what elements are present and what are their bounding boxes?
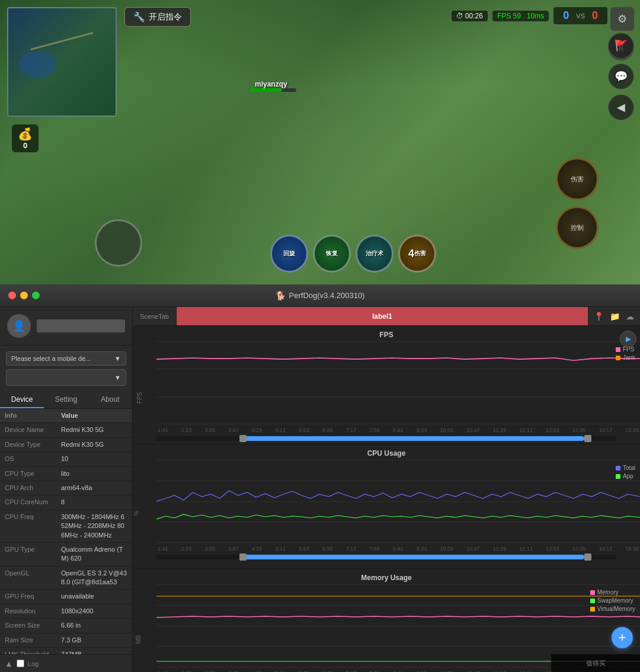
device-select[interactable]: Please select a mobile de... ▼ [6,351,126,366]
perfdog-icon: 🐕 [276,291,286,300]
table-row: Screen Size6.66 in [0,619,132,633]
chart-area[interactable]: FPS FPS [133,326,640,672]
scene-tab-active-text: label1 [372,312,392,321]
score-display: 0 VS 0 [553,7,607,24]
profile-section: 👤 [0,307,132,345]
back-button[interactable]: ◀ [608,94,634,120]
perfdog-window: 🐕 PerfDog(v3.4.200310) 👤 Please select a… [0,284,640,672]
fps-value: FPS 59 [497,12,521,20]
watermark-text: 值得买 [586,659,606,668]
row-info-10: Resolution [5,607,61,616]
minimize-button[interactable] [20,292,28,299]
gold-display: 💰 0 [12,124,39,152]
settings-button[interactable]: ⚙ [610,7,634,31]
row-value-10: 1080x2400 [61,607,127,616]
top-hud: ⏱ 00:26 FPS 59 10ms 0 VS 0 [452,7,607,24]
skill-4-number: 4 [408,248,414,260]
skill-4-label: 伤害 [414,249,426,258]
row-value-8: OpenGL ES 3.2 V@438.0 (GIT@8d1aa53 [61,569,127,587]
table-row: OpenGLOpenGL ES 3.2 V@438.0 (GIT@8d1aa53 [0,567,132,590]
avatar: 👤 [7,314,31,338]
skill-bar: 回旋 恢复 治疗术 4 伤害 [270,235,436,273]
combat-bar: 伤害 控制 [556,158,599,249]
add-button[interactable]: + [612,627,633,648]
info-header: Info Value [0,409,132,423]
cpu-scrollbar[interactable] [156,555,616,559]
table-row: CPU Typelito [0,467,132,481]
cloud-icon[interactable]: ☁ [626,312,634,321]
minimap[interactable] [7,7,117,117]
memory-chart-title: Memory Usage [133,574,640,582]
chat-button[interactable]: 💬 [608,63,634,89]
log-label: Log [28,660,39,667]
window-title: 🐕 PerfDog(v3.4.200310) [276,291,365,300]
maximize-button[interactable] [32,292,40,299]
row-info-4: CPU Arch [5,484,61,492]
right-panel: SceneTab label1 📍 📁 ☁ FPS [133,307,640,672]
ping-value: 10ms [527,12,544,20]
combat-btn-2-label: 控制 [571,223,584,232]
memory-legend: Memory SwapMemory VirtualMemory [590,589,635,612]
timer-icon: ⏱ [456,12,463,20]
gold-icon: 💰 [18,127,33,141]
main-content: 👤 Please select a mobile de... ▼ ▼ Devic… [0,307,640,672]
watermark: 值得买 [551,654,640,672]
combat-btn-2[interactable]: 控制 [556,206,599,249]
table-row: CPU Archarm64-v8a [0,481,132,495]
scene-tab-text: SceneTab [140,313,169,320]
skill-3[interactable]: 治疗术 [356,235,393,273]
skill-1-label: 回旋 [283,249,295,258]
cpu-y-title: % [133,511,140,516]
score-red: 0 [592,9,598,22]
table-row: LMK Threshold747MB [0,648,132,654]
close-button[interactable] [8,292,16,299]
folder-icon[interactable]: 📁 [610,312,620,321]
row-info-9: GPU Freq [5,592,61,601]
chevron-down-icon: ▼ [114,355,121,362]
left-panel: 👤 Please select a mobile de... ▼ ▼ Devic… [0,307,133,672]
flag-button[interactable]: 🚩 [608,33,634,59]
gold-amount: 0 [23,141,27,150]
scene-tab-icons: 📍 📁 ☁ [588,312,640,321]
fps-x-axis: 1:41 2:23 3:05 3:47 4:29 5:11 5:53 6:35 … [156,424,640,436]
fps-legend: FPS Jank [616,346,635,361]
right-sidebar: 🚩 💬 ◀ [608,33,634,120]
row-value-7: Qualcomm Adreno (TM) 620 [61,545,127,564]
combat-btn-1-label: 伤害 [571,175,584,184]
row-value-6: 300MHz - 1804MHz 652MHz - 2208MHz 806MHz… [61,513,127,540]
header-info: Info [5,411,61,420]
location-icon[interactable]: 📍 [594,312,604,321]
expand-button[interactable]: ▲ [5,659,13,668]
row-value-5: 8 [61,498,127,507]
combat-btn-1[interactable]: 伤害 [556,158,599,200]
app-select-chevron: ▼ [114,374,121,381]
table-row: Resolution1080x2400 [0,604,132,619]
game-screen: 🔧 开启指令 ⏱ 00:26 FPS 59 10ms 0 VS 0 ⚙ ⏸ 🚩 … [0,0,640,284]
tab-setting[interactable]: Setting [44,392,88,408]
play-button[interactable]: ▶ [620,331,636,347]
row-info-13: LMK Threshold [5,650,61,654]
cmd-button[interactable]: 🔧 开启指令 [124,7,191,27]
fps-scrollbar[interactable] [156,436,616,441]
bottom-bar: ▲ Log [0,654,132,672]
traffic-lights [8,292,40,299]
skill-1[interactable]: 回旋 [270,235,308,273]
skill-2[interactable]: 恢复 [313,235,351,273]
log-checkbox[interactable] [17,660,24,667]
row-value-0: Redmi K30 5G [61,425,127,434]
scene-tab-label: SceneTab [133,307,177,325]
table-row: Device NameRedmi K30 5G [0,423,132,437]
tab-about[interactable]: About [88,392,132,408]
tab-device[interactable]: Device [0,392,44,408]
scene-tab-active[interactable]: label1 [177,307,588,325]
table-row: Ram Size7.3 GB [0,633,132,648]
joystick[interactable] [95,219,142,267]
fps-display: FPS 59 10ms [492,11,549,21]
app-select[interactable]: ▼ [6,369,126,386]
skill-4[interactable]: 4 伤害 [398,235,436,273]
row-value-12: 7.3 GB [61,636,127,645]
cpu-svg [156,460,640,543]
row-info-3: CPU Type [5,469,61,478]
row-info-6: CPU Freq [5,513,61,521]
row-info-11: Screen Size [5,621,61,630]
